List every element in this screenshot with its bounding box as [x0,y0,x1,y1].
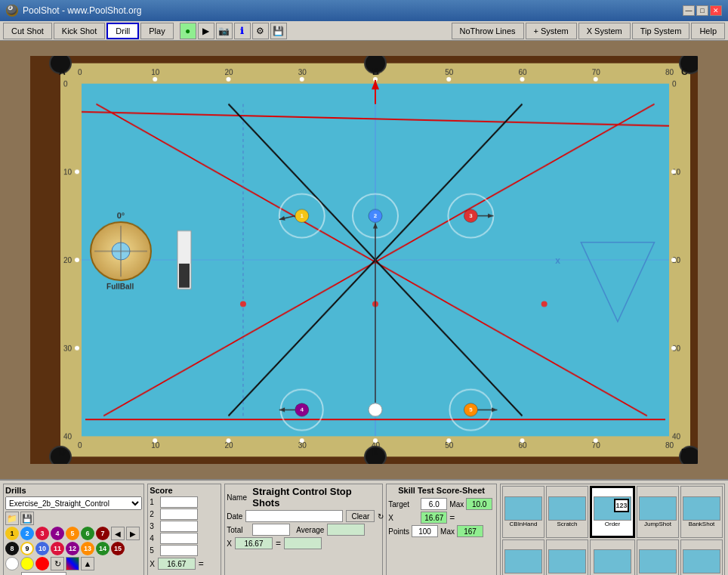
ball-14[interactable]: 14 [96,542,110,555]
combo-thumb [548,549,586,573]
ball-red[interactable] [35,557,49,570]
clear-button[interactable]: Clear [346,510,375,522]
play-button[interactable]: Play [140,23,173,39]
max-label: Max [449,500,464,509]
score-input-5[interactable] [160,545,198,556]
score-x-label: X [150,560,155,568]
kickshot-button[interactable]: KickShot [502,539,544,576]
tip-system-button[interactable]: Tip System [632,23,690,39]
minimize-btn[interactable]: — [683,5,695,16]
score-row-5: 5 [150,545,219,556]
score-input-1[interactable] [160,496,198,508]
carom-button[interactable]: Carom [637,539,679,576]
up-icon[interactable]: ▲ [81,557,94,570]
score-input-3[interactable] [160,521,198,532]
score-row-1: 1 [150,496,219,508]
skill-x-input[interactable] [421,512,447,524]
ball-13[interactable]: 13 [81,542,94,555]
ball-2[interactable]: 2 [20,527,34,540]
drill-select[interactable]: Exercise_2b_Straight_Control [5,496,142,510]
ball-9[interactable]: 9 [20,542,34,555]
drill-icons-row: 📁 💾 [5,512,142,525]
help-button[interactable]: Help [691,23,725,39]
folder-icon[interactable]: 📁 [5,512,19,525]
bankshot-thumb [683,496,720,521]
info-button[interactable]: ℹ [234,23,251,39]
score-row-4: 4 [150,533,219,544]
ball-1[interactable]: 1 [5,527,19,540]
pool-area[interactable] [0,41,728,479]
kiss-button[interactable]: Kiss [590,539,635,576]
next-btn[interactable]: ▶ [126,527,140,540]
pool-table-canvas[interactable] [30,56,698,464]
combo-button[interactable]: Combo [546,539,588,576]
score-row-2: 2 [150,509,219,520]
ball-12[interactable]: 12 [66,542,79,555]
rotate-icon[interactable]: ↻ [51,557,64,570]
points-max-label: Max [440,527,455,536]
ball-11[interactable]: 11 [51,542,64,555]
prev-btn[interactable]: ◀ [111,527,125,540]
score-input-2[interactable] [160,509,198,520]
maximize-btn[interactable]: □ [696,5,708,16]
skill-x-label: X [388,514,418,522]
ball-yellow[interactable] [20,557,34,570]
x-row-skill: X = [388,512,495,524]
settings-button[interactable]: ⚙ [252,23,269,39]
plus-system-button[interactable]: + System [526,23,577,39]
target-input[interactable] [421,498,447,510]
points-input[interactable] [412,525,438,537]
export-button[interactable]: 💾 [270,23,287,39]
refresh-icon[interactable]: ↻ [378,512,384,521]
average-input[interactable] [327,524,365,536]
ball-8[interactable]: 8 [5,542,19,555]
order-button[interactable]: 123 Order [590,486,635,538]
points-label: Points [388,527,409,536]
ball-cue[interactable] [5,557,19,570]
skill-title: Skill Test Score-Sheet [388,486,495,495]
play-icon-button[interactable]: ▶ [198,23,214,39]
bankshot-label: BankShot [689,521,715,527]
x-input[interactable] [21,572,66,575]
name-line2: Shots [252,497,279,509]
color-icon[interactable] [66,557,79,570]
save-icon[interactable]: 💾 [20,512,34,525]
score-num-3: 3 [150,522,159,530]
total-input[interactable] [252,524,290,536]
ball-4[interactable]: 4 [51,527,64,540]
score-x-row: X = [150,558,219,570]
info-x-label: X [227,539,232,548]
ball-6[interactable]: 6 [81,527,94,540]
hitrail-button[interactable]: HitRail [680,539,723,576]
info-result[interactable] [284,537,322,549]
titlebar-buttons[interactable]: — □ ✕ [683,5,722,16]
camera-button[interactable]: 📷 [216,23,233,39]
score-row-3: 3 [150,521,219,532]
scratch-button[interactable]: Scratch [546,486,588,538]
average-label: Average [296,526,324,534]
nothrow-button[interactable]: NoThrow Lines [452,23,524,39]
x-system-button[interactable]: X System [578,23,631,39]
record-button[interactable]: ● [180,23,196,39]
ball-7[interactable]: 7 [96,527,110,540]
total-label: Total [227,526,249,534]
scratch-thumb [548,496,586,521]
ball-10[interactable]: 10 [35,542,49,555]
cut-shot-button[interactable]: Cut Shot [3,23,52,39]
score-x-val[interactable] [158,558,196,570]
ball-3[interactable]: 3 [35,527,49,540]
jumpshot-button[interactable]: JumpShot [637,486,679,538]
close-btn[interactable]: ✕ [710,5,722,16]
ball-5[interactable]: 5 [66,527,79,540]
cbinhand-button[interactable]: CBInHand [502,486,544,538]
ball-15[interactable]: 15 [111,542,125,555]
date-input[interactable] [245,510,343,522]
max-val: 10.0 [466,498,492,510]
info-x-input[interactable] [235,537,273,549]
score-input-4[interactable] [160,533,198,544]
kick-shot-button[interactable]: Kick Shot [54,23,105,39]
scratch-label: Scratch [557,521,577,527]
x-label: X [5,572,20,575]
drill-button[interactable]: Drill [106,23,139,39]
bankshot-button[interactable]: BankShot [680,486,723,538]
